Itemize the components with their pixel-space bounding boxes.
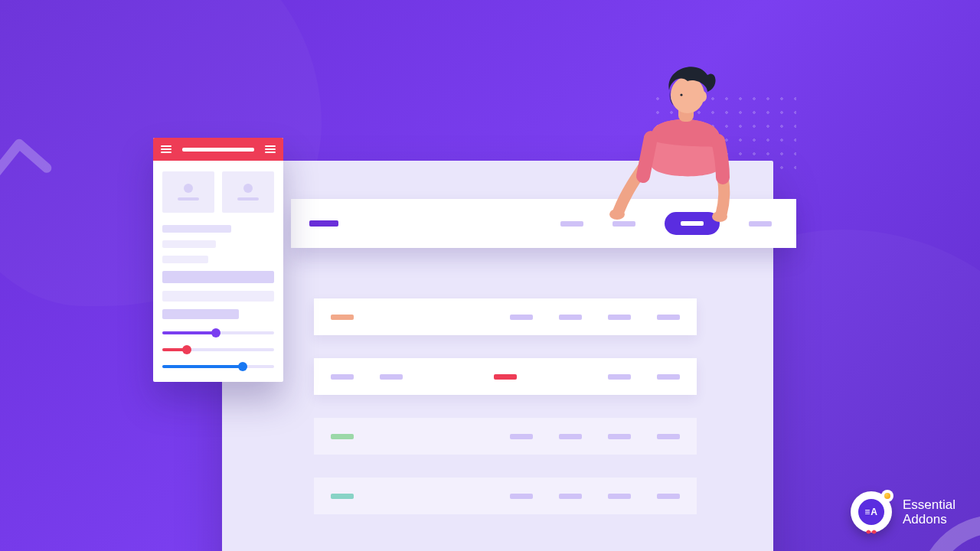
field-placeholder[interactable] — [162, 309, 239, 319]
row-cell-chip — [657, 434, 680, 439]
nav-link[interactable] — [560, 221, 583, 227]
row-cell-chip — [510, 434, 533, 439]
table-row[interactable] — [314, 478, 697, 514]
row-cell-chip — [608, 374, 631, 380]
person-illustration — [605, 61, 781, 237]
slider-thumb[interactable] — [211, 328, 220, 337]
slider-track — [162, 365, 243, 368]
field-placeholder[interactable] — [162, 240, 216, 248]
slider-thumb[interactable] — [238, 362, 247, 371]
row-cell-chip — [608, 434, 631, 439]
row-cell-chip — [608, 315, 631, 320]
row-lead-chip — [331, 494, 354, 499]
slider-blue[interactable] — [162, 365, 274, 368]
sidebar-body — [153, 161, 283, 382]
field-placeholder[interactable] — [162, 291, 274, 302]
row-cell-chip — [657, 315, 680, 320]
preset-tiles — [162, 171, 274, 213]
brand-badge-monogram: ≡A — [858, 499, 884, 525]
menu-icon[interactable] — [161, 145, 172, 153]
row-cell-chip — [559, 434, 582, 439]
row-cell-chip — [608, 494, 631, 499]
preset-tile[interactable] — [162, 171, 214, 213]
settings-sidebar — [153, 138, 283, 382]
row-cell-chip — [559, 315, 582, 320]
sidebar-header — [153, 138, 283, 161]
slider-track — [162, 331, 216, 334]
row-cell-chip — [331, 374, 354, 380]
brand-lockup: ≡A Essential Addons — [851, 491, 956, 533]
svg-point-5 — [699, 91, 707, 102]
table-row[interactable] — [314, 298, 697, 335]
field-placeholder[interactable] — [162, 225, 231, 233]
bg-stroke — [0, 130, 54, 199]
table-row[interactable] — [314, 418, 697, 455]
row-cell-chip — [510, 494, 533, 499]
preset-tile[interactable] — [222, 171, 274, 213]
settings-icon[interactable] — [265, 145, 276, 153]
row-cell-chip — [657, 494, 680, 499]
brand-name-line1: Essential — [903, 497, 956, 512]
svg-point-2 — [712, 211, 727, 222]
sidebar-field-list — [162, 225, 274, 319]
slider-list — [162, 331, 274, 368]
brand-badge-icon: ≡A — [851, 491, 892, 533]
row-cell-chip — [380, 374, 403, 380]
slider-purple[interactable] — [162, 331, 274, 334]
row-cell-chip — [559, 494, 582, 499]
bow-icon — [864, 525, 878, 533]
brand-name-line2: Addons — [903, 512, 956, 527]
brand-name: Essential Addons — [903, 497, 956, 527]
field-placeholder[interactable] — [162, 256, 208, 263]
slider-red[interactable] — [162, 348, 274, 351]
row-accent-chip — [494, 374, 517, 380]
row-lead-chip — [331, 434, 354, 439]
nav-logo-chip[interactable] — [309, 220, 338, 227]
content-row-list — [314, 298, 697, 514]
crown-icon — [881, 490, 893, 502]
field-placeholder[interactable] — [162, 271, 274, 283]
row-cell-chip — [657, 374, 680, 380]
row-cell-chip — [510, 315, 533, 320]
sidebar-title-chip — [182, 148, 254, 152]
table-row[interactable] — [314, 358, 697, 395]
svg-point-1 — [609, 209, 625, 220]
slider-thumb[interactable] — [182, 345, 191, 354]
row-lead-chip — [331, 315, 354, 320]
svg-point-6 — [680, 93, 682, 96]
